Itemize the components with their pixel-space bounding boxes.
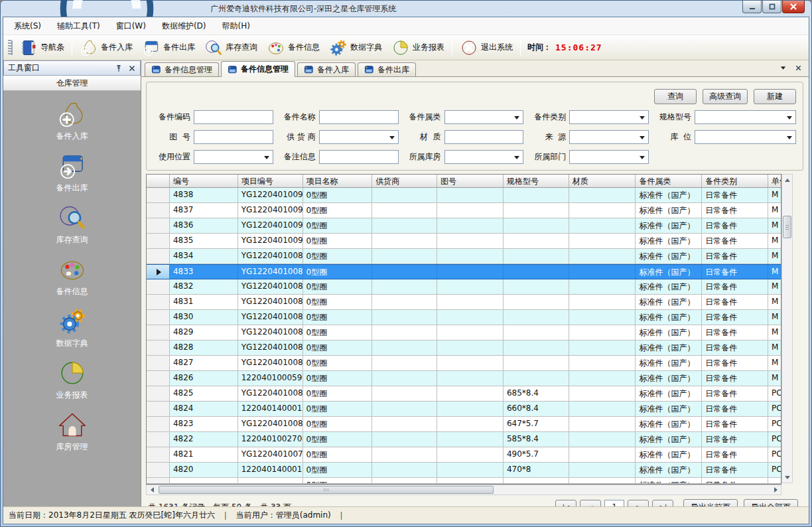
row-selector-cell[interactable] [147,234,170,248]
table-row[interactable]: 4827 YG12204010082 0型圈 标准件（国产） 日常备件 [147,356,781,371]
document-tab[interactable]: 备件信息管理 [145,62,219,76]
minimize-button[interactable] [742,1,762,13]
table-row[interactable]: 4835 YG12204010090 0型圈 标准件（国产） 日常备件 [147,234,781,249]
grid-header-cell[interactable]: 项目名称 [303,175,373,187]
row-selector-cell[interactable] [147,203,170,218]
row-selector-cell[interactable] [147,402,170,416]
grid-header-cell[interactable]: 图号 [437,175,504,187]
table-row[interactable]: 4831 YG12204010086 0型圈 标准件（国产） 日常备件 [147,295,781,310]
toolbar-button[interactable]: 备件入库 [75,37,137,58]
row-selector-cell[interactable] [147,188,170,202]
prev-page-button[interactable]: < [580,500,601,506]
toolbar-button[interactable] [520,38,521,56]
toolbar-button[interactable]: 退出系统 [455,37,517,58]
table-row[interactable]: 4838 YG12204010093 0型圈 标准件（国产） 日常备件 [147,188,781,203]
sidebar-group-header[interactable]: 仓库管理 [3,76,141,91]
grid-header-cell[interactable]: 项目编号 [238,175,303,187]
toolbar-button[interactable]: 备件出库 [137,37,200,58]
menu-item[interactable]: 窗口(W) [116,21,146,32]
next-page-button[interactable]: > [628,500,649,506]
search-action-button[interactable]: 新建 [754,89,796,104]
search-field-input[interactable] [569,150,649,164]
last-page-button[interactable]: >| [652,500,673,506]
search-field-input[interactable] [194,150,273,164]
grid-header-cell[interactable]: 编号 [170,175,238,187]
row-selector-cell[interactable] [147,463,170,477]
pin-icon[interactable] [115,64,123,72]
toolbar-button[interactable]: 数据字典 [324,37,387,58]
sidebar-item[interactable]: 业务报表 [56,358,88,401]
sidebar-item[interactable]: 备件信息 [56,255,88,297]
export-current-page-button[interactable]: 导出当前页 [683,499,738,506]
row-selector-cell[interactable] [147,386,170,401]
table-row[interactable]: 4830 YG12204010085 0型圈 标准件（国产） 日常备件 [147,310,781,325]
row-selector-cell[interactable] [147,432,170,447]
table-row[interactable]: 0型圈 标准件（国产） 日常备件 [147,478,781,484]
table-row[interactable]: 4820 1220401400013 0型圈 470*8 标准件（国产） [147,463,781,478]
sidebar-item[interactable]: 库房管理 [56,410,88,453]
sidebar-item[interactable]: 数据字典 [56,307,88,349]
table-row[interactable]: 4836 YG12204010091 0型圈 标准件（国产） 日常备件 [147,218,781,234]
vertical-scrollbar[interactable] [781,174,793,483]
search-field-input[interactable] [695,130,796,144]
toolbar-grip-handle[interactable] [8,40,11,56]
grid-header-cell[interactable]: 备件属类 [636,175,702,187]
table-row[interactable]: 4825 YG12204010081 0型圈 685*8.4 标准件（国产） [147,386,781,402]
search-field-input[interactable] [194,130,273,144]
grid-header-cell[interactable]: 材质 [569,175,636,187]
grid-header-cell[interactable]: 单位 [768,175,781,187]
menu-item[interactable]: 系统(S) [14,21,41,32]
sidebar-item[interactable]: 备件出库 [56,151,88,194]
menu-item[interactable]: 数据维护(D) [162,21,206,32]
search-field-input[interactable] [444,110,524,124]
grid-header-cell[interactable]: 备件类别 [702,175,768,187]
row-selector-cell[interactable] [147,478,170,483]
maximize-button[interactable] [762,1,781,13]
sidebar-item[interactable]: 库存查询 [56,203,88,246]
toolbar-button[interactable]: 备件信息 [262,37,324,58]
search-field-input[interactable] [569,130,649,144]
scroll-left-icon[interactable] [147,485,157,495]
export-all-pages-button[interactable]: 导出全部页 [744,499,798,506]
document-tab[interactable]: 备件信息管理 [221,61,295,77]
sidebar-item[interactable]: 备件入库 [56,100,88,142]
row-selector-cell[interactable] [147,356,170,370]
search-field-input[interactable] [319,110,399,124]
vertical-scrollbar-thumb[interactable] [783,216,791,238]
scroll-down-icon[interactable] [782,472,792,483]
row-selector-cell[interactable] [147,218,170,233]
toolbar-button[interactable]: 库存查询 [200,37,262,58]
menu-item[interactable]: 帮助(H) [222,21,250,32]
search-action-button[interactable]: 高级查询 [703,89,748,104]
table-row[interactable]: 4823 YG12204010080 0型圈 647*5.7 标准件（国产） [147,417,781,432]
table-row[interactable]: 4832 YG12204010087 0型圈 标准件（国产） 日常备件 [147,279,781,295]
row-selector-cell[interactable] [147,295,170,309]
toolbar-button[interactable] [452,38,452,56]
search-field-input[interactable] [194,110,273,124]
scroll-right-icon[interactable] [770,485,781,495]
tab-list-dropdown-icon[interactable] [779,64,787,72]
table-row[interactable]: 4828 YG12204010083 0型圈 标准件（国产） 日常备件 [147,340,781,356]
row-selector-cell[interactable] [147,249,170,264]
sidebar-close-icon[interactable] [128,64,136,72]
row-selector-cell[interactable] [147,447,170,462]
table-row[interactable]: 4822 1220401002700 0型圈 585*8.4 标准件（国产） [147,432,781,447]
document-tab[interactable]: 备件入库 [297,62,356,76]
search-field-input[interactable] [569,110,649,124]
row-selector-cell[interactable] [147,371,170,386]
tab-close-icon[interactable] [795,64,802,72]
close-button[interactable] [782,1,805,13]
table-row[interactable]: 4837 YG12204010092 0型圈 标准件（国产） 日常备件 [147,203,781,218]
grid-header-cell[interactable]: 供货商 [372,175,437,187]
titlebar[interactable]: 广州爱奇迪软件科技有限公司-深田之星仓库管理系统 [3,1,809,17]
table-row[interactable]: 4821 YG12204010079 0型圈 490*5.7 标准件（国产） [147,447,781,463]
row-selector-cell[interactable] [147,265,170,279]
horizontal-scrollbar[interactable] [146,485,781,495]
search-field-input[interactable] [695,110,796,124]
row-selector-cell[interactable] [147,310,170,325]
search-action-button[interactable]: 查询 [654,89,697,104]
scroll-up-icon[interactable] [782,175,792,185]
current-page-input[interactable]: 1 [604,500,624,506]
search-field-input[interactable] [319,130,399,144]
search-field-input[interactable] [444,150,524,164]
